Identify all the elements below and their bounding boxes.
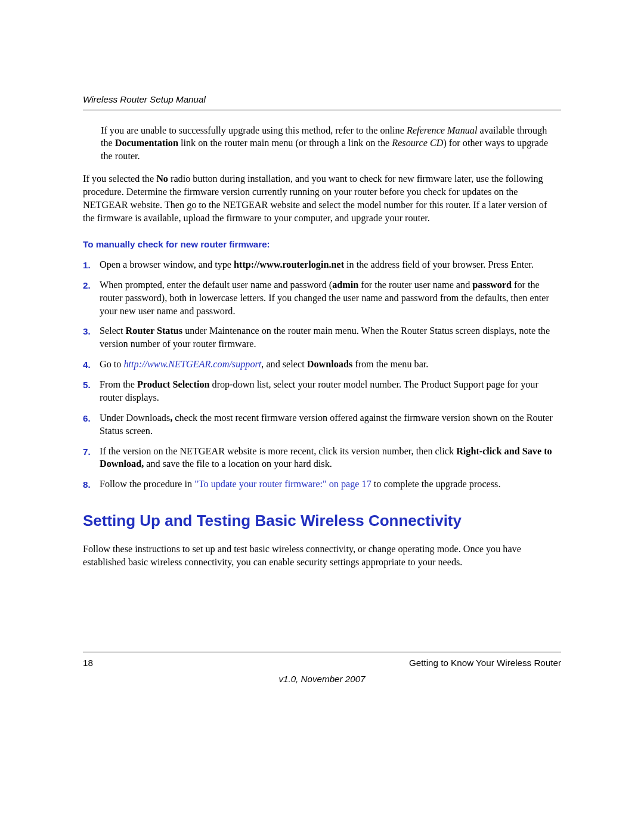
text: Open a browser window, and type [100, 259, 234, 270]
step-body: Under Downloads, check the most recent f… [100, 412, 561, 438]
step-2: 2. When prompted, enter the default user… [83, 279, 561, 318]
text: for the router user name and [361, 280, 472, 290]
text: Select [100, 326, 126, 336]
step-number: 7. [83, 445, 100, 472]
footer-rule [83, 652, 561, 652]
step-number: 5. [83, 379, 100, 405]
step-1: 1. Open a browser window, and type http:… [83, 259, 561, 272]
product-selection-bold: Product Selection [137, 379, 210, 390]
step-5: 5. From the Product Selection drop-down … [83, 379, 561, 405]
text: link on the router main menu (or through… [178, 138, 392, 148]
url-bold: http://www.routerlogin.net [234, 259, 344, 270]
subheading-manual-check: To manually check for new router firmwar… [83, 239, 561, 251]
update-firmware-link[interactable]: "To update your router firmware:" on pag… [194, 479, 371, 490]
resource-cd-text: Resource CD [392, 138, 443, 148]
step-body: Follow the procedure in "To update your … [100, 478, 561, 491]
step-3: 3. Select Router Status under Maintenanc… [83, 325, 561, 351]
admin-bold: admin [332, 280, 361, 290]
text: Go to [100, 359, 123, 370]
page-header: Wireless Router Setup Manual [83, 0, 561, 110]
text: If the version on the NETGEAR website is… [100, 446, 456, 457]
documentation-bold: Documentation [115, 138, 178, 148]
text: If you are unable to successfully upgrad… [101, 125, 407, 136]
step-8: 8. Follow the procedure in "To update yo… [83, 478, 561, 491]
page-number: 18 [83, 657, 93, 670]
text: Follow the procedure in [100, 479, 194, 490]
password-bold: password [472, 280, 512, 290]
section-heading: Setting Up and Testing Basic Wireless Co… [83, 510, 561, 531]
step-number: 3. [83, 325, 100, 351]
step-body: If the version on the NETGEAR website is… [100, 445, 561, 472]
step-body: When prompted, enter the default user na… [100, 279, 561, 318]
page-container: Wireless Router Setup Manual If you are … [83, 0, 561, 833]
paragraph-follow-instructions: Follow these instructions to set up and … [83, 543, 561, 569]
netgear-support-link[interactable]: http://www.NETGEAR.com/support [123, 359, 261, 370]
step-4: 4. Go to http://www.NETGEAR.com/support,… [83, 358, 561, 371]
paragraph-no-radio: If you selected the No radio button duri… [83, 173, 561, 225]
no-bold: No [156, 174, 168, 184]
text: Under Downloads [100, 413, 170, 423]
step-body: From the Product Selection drop-down lis… [100, 379, 561, 405]
body-content: If you are unable to successfully upgrad… [83, 110, 561, 569]
step-body: Select Router Status under Maintenance o… [100, 325, 561, 351]
downloads-bold: Downloads [307, 359, 352, 370]
text: in the address field of your browser. Pr… [344, 259, 534, 270]
text: and save the file to a location on your … [144, 459, 332, 469]
step-number: 4. [83, 358, 100, 371]
text: , and select [261, 359, 306, 370]
steps-list: 1. Open a browser window, and type http:… [83, 259, 561, 491]
step-7: 7. If the version on the NETGEAR website… [83, 445, 561, 472]
reference-manual-text: Reference Manual [407, 125, 478, 136]
router-status-bold: Router Status [126, 326, 182, 336]
page-footer: 18 Getting to Know Your Wireless Router [83, 652, 561, 670]
footer-version: v1.0, November 2007 [83, 673, 561, 686]
step-number: 8. [83, 478, 100, 491]
section-name: Getting to Know Your Wireless Router [409, 657, 561, 670]
step-number: 1. [83, 259, 100, 272]
text: from the menu bar. [352, 359, 428, 370]
step-body: Go to http://www.NETGEAR.com/support, an… [100, 358, 561, 371]
header-title: Wireless Router Setup Manual [83, 94, 561, 106]
text: If you selected the [83, 174, 156, 184]
step-number: 2. [83, 279, 100, 318]
intro-paragraph: If you are unable to successfully upgrad… [101, 125, 561, 164]
step-body: Open a browser window, and type http://w… [100, 259, 561, 272]
text: to complete the upgrade process. [371, 479, 501, 490]
step-number: 6. [83, 412, 100, 438]
footer-row: 18 Getting to Know Your Wireless Router [83, 657, 561, 670]
step-6: 6. Under Downloads, check the most recen… [83, 412, 561, 438]
text: When prompted, enter the default user na… [100, 280, 332, 290]
text: From the [100, 379, 137, 390]
